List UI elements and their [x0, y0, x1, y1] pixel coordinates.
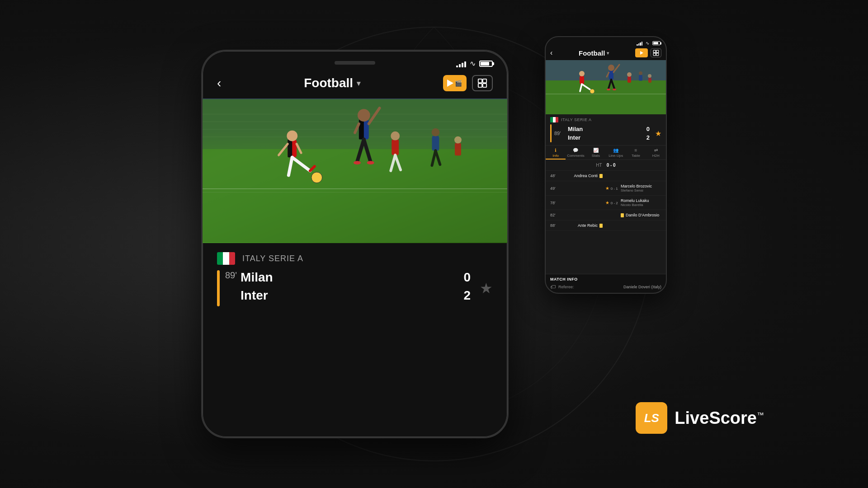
svg-rect-12: [203, 99, 507, 242]
event-center-78: ★ 0 - 2: [605, 200, 618, 205]
italy-flag-large: [217, 252, 235, 265]
event-player-78: Romelu Lukaku: [621, 198, 649, 203]
header-football-title-small: Football: [579, 49, 605, 57]
favorite-button-large[interactable]: ★: [480, 270, 493, 306]
svg-point-33: [391, 131, 400, 141]
signal-bars-large: [456, 60, 466, 67]
dropdown-arrow-small[interactable]: ▾: [607, 51, 609, 56]
event-assist-78: Nicolo Barella: [621, 203, 649, 207]
yellow-card-88: [599, 224, 603, 228]
tab-info[interactable]: ℹ Info: [546, 145, 566, 160]
event-time-88: 88': [550, 223, 559, 228]
tab-lineups[interactable]: 👥 Line-Ups: [606, 145, 626, 160]
team-row-milan-small: Milan 0: [568, 125, 650, 133]
comments-icon: 💬: [573, 148, 578, 153]
status-bar-large: ∿: [203, 51, 507, 71]
match-row-small: 89' Milan 0 Inter 2 ★: [550, 124, 661, 142]
match-score-large: 89' Milan 0 Inter 2 ★: [203, 270, 507, 306]
match-time-large: 89': [225, 270, 237, 306]
svg-point-67: [648, 74, 651, 78]
team-row-inter-small: Inter 2: [568, 133, 650, 142]
event-time-82: 82': [550, 213, 559, 217]
svg-point-37: [431, 128, 439, 136]
svg-rect-32: [392, 140, 399, 155]
match-image-large: [203, 99, 507, 243]
score-inter-small: 2: [646, 134, 650, 141]
event-time-49: 49': [550, 186, 559, 191]
event-row-82: 82' Danilo D'Ambrosio: [546, 210, 666, 221]
svg-rect-42: [653, 50, 656, 52]
play-icon-small: [640, 51, 643, 55]
live-bar-small: [550, 124, 552, 142]
svg-rect-45: [656, 53, 659, 56]
tab-h2h[interactable]: ⇄ H2H: [646, 145, 666, 160]
svg-rect-66: [648, 78, 651, 83]
teams-small: Milan 0 Inter 2: [568, 125, 650, 142]
svg-rect-54: [609, 70, 613, 80]
camera-icon-large: 🎬: [455, 80, 462, 87]
event-right-78: Romelu Lukaku Nicolo Barella: [621, 198, 661, 207]
info-icon: ℹ: [555, 148, 557, 153]
layout-button-large[interactable]: [472, 75, 493, 91]
header-actions-small: [635, 48, 661, 57]
match-info-section: MATCH INFO 🏷 Referee: Daniele Doveri (It…: [546, 274, 666, 293]
event-right-49: Marcelo Brozovic Stefano Sensi: [621, 184, 661, 192]
header-title-small: Football ▾: [579, 49, 609, 57]
match-photo-small: [546, 60, 666, 114]
team-inter-large: Inter: [241, 288, 268, 303]
video-button-large[interactable]: 🎬: [443, 75, 467, 91]
score-milan-small: 0: [646, 126, 650, 132]
ht-label: HT: [596, 163, 602, 168]
league-row-small: ITALY SERIE A: [550, 117, 661, 122]
svg-rect-44: [653, 53, 656, 56]
dropdown-arrow-large[interactable]: ▾: [357, 79, 360, 88]
tab-info-label: Info: [552, 154, 558, 158]
back-button-small[interactable]: ‹: [550, 49, 552, 57]
referee-label: Referee:: [558, 285, 574, 289]
referee-row: 🏷 Referee: Daniele Doveri (Italy): [550, 284, 661, 290]
match-time-small: 89': [554, 131, 565, 136]
status-bar-small: ∿: [546, 37, 666, 47]
referee-name: Daniele Doveri (Italy): [623, 285, 661, 289]
h2h-icon: ⇄: [654, 148, 658, 153]
svg-rect-49: [580, 76, 584, 84]
video-button-small[interactable]: [635, 48, 648, 57]
score-inter-large: 2: [463, 288, 471, 303]
signal-bars-small: [637, 41, 642, 46]
header-actions-large: 🎬: [443, 75, 493, 91]
favorite-button-small[interactable]: ★: [655, 129, 661, 138]
tab-comments[interactable]: 💬 Comments: [566, 145, 585, 160]
phone-small: ∿ ‹ Football ▾: [545, 36, 667, 294]
svg-rect-64: [639, 75, 642, 81]
svg-point-63: [627, 72, 632, 77]
svg-point-60: [607, 89, 610, 90]
event-time-48: 48': [550, 174, 559, 178]
svg-point-50: [579, 71, 585, 76]
ht-row: HT 0 - 0: [546, 160, 666, 171]
phone-large: ∿ ‹ Football ▾ 🎬: [201, 50, 509, 438]
layout-icon-small: [653, 50, 659, 56]
status-icons: ∿: [456, 59, 493, 68]
team-milan-small: Milan: [568, 126, 583, 132]
tab-stats[interactable]: 📈 Stats: [586, 145, 606, 160]
match-image-small: [546, 60, 666, 114]
svg-point-61: [613, 89, 616, 90]
league-name-large: ITALY SERIE A: [242, 254, 303, 263]
italy-flag-small: [550, 117, 558, 122]
event-player-48: Andrea Conti: [574, 174, 598, 178]
team-row-milan-large: Milan 0: [241, 270, 471, 285]
players-svg: [203, 99, 507, 243]
tab-table[interactable]: ≡ Table: [626, 145, 646, 160]
back-button-large[interactable]: ‹: [217, 76, 221, 90]
svg-rect-40: [455, 143, 461, 156]
svg-rect-6: [483, 84, 486, 87]
event-player-82: Danilo D'Ambrosio: [626, 213, 659, 217]
goal-star-49: ★: [605, 186, 609, 191]
layout-button-small[interactable]: [651, 48, 661, 57]
stats-icon: 📈: [593, 148, 599, 153]
event-row-78: 78' ★ 0 - 2 Romelu Lukaku Nicolo Barella: [546, 196, 666, 210]
event-time-78: 78': [550, 201, 559, 205]
live-indicator-large: [217, 270, 220, 306]
wifi-icon-large: ∿: [470, 59, 476, 68]
svg-rect-24: [359, 119, 364, 140]
